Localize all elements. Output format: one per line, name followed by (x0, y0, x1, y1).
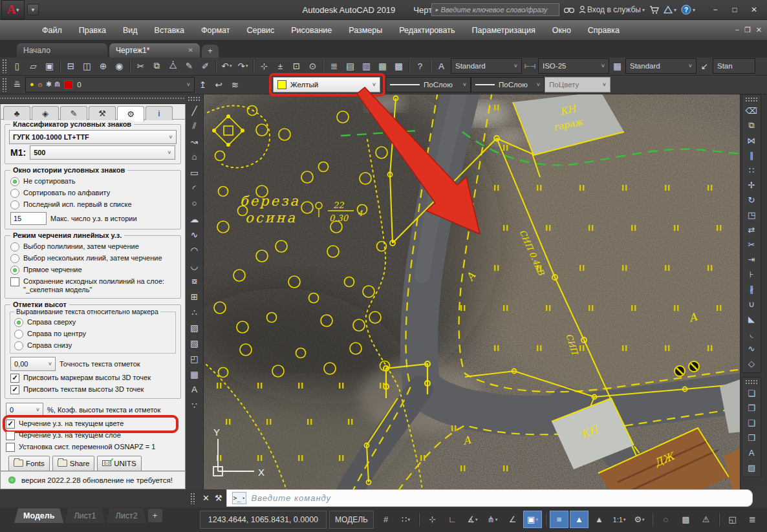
circle-icon[interactable]: ○ (186, 196, 202, 211)
command-tools-icon[interactable]: ⚒ (215, 493, 222, 503)
autoscale-icon[interactable]: ▲ (590, 511, 609, 528)
menu-Файл[interactable]: Файл (34, 21, 70, 40)
object-snap-icon[interactable]: ▣▾ (523, 511, 542, 528)
pan-icon[interactable]: ⊹ (256, 58, 272, 74)
command-grip[interactable] (190, 493, 195, 504)
checkbox-option[interactable]: Сохранение исходных полилиний на слое:"_… (9, 276, 177, 295)
line-icon[interactable]: ╱ (186, 103, 202, 118)
text-to-front-icon[interactable]: A (742, 445, 761, 460)
menu-Размеры[interactable]: Размеры (340, 21, 391, 40)
command-prompt-icon[interactable]: >_▾ (232, 492, 246, 504)
checkbox-unchecked-icon[interactable] (10, 277, 19, 286)
toolbar-grip[interactable] (745, 97, 758, 101)
properties-palette-icon[interactable]: ▥ (358, 58, 374, 74)
layer-previous-icon[interactable]: ↩ (211, 77, 227, 92)
cut-icon[interactable]: ✂ (133, 58, 149, 74)
annotation-scale-icon[interactable]: 1:1▾ (610, 511, 629, 528)
construction-line-icon[interactable]: ⫽ (186, 118, 202, 134)
menu-Сервис[interactable]: Сервис (238, 21, 283, 40)
layer-states-manager-icon[interactable]: ≋ (227, 77, 243, 92)
search-binoculars-icon[interactable] (564, 6, 574, 14)
panel-tab-settings[interactable]: ⚙ (117, 106, 144, 122)
lineweight-display-icon[interactable]: ≡ (550, 511, 568, 528)
layout-tab-Лист2[interactable]: Лист2 (107, 508, 147, 523)
panel-tab-areas[interactable]: ◈ (32, 106, 59, 120)
open-file-icon[interactable]: ▱ (25, 58, 41, 74)
linetype-select[interactable]: ПоСлою˅ (471, 77, 545, 92)
fonts-button[interactable]: Fonts (8, 456, 50, 471)
checkbox-unchecked-icon[interactable] (6, 443, 15, 452)
mleader-style-select[interactable]: Stan (713, 58, 755, 74)
radio-option[interactable]: Справа по центру (13, 328, 173, 340)
layout-tab-Лист1[interactable]: Лист1 (65, 508, 105, 523)
bring-above-icon[interactable]: ❑ (742, 416, 761, 431)
panel-tab-edit[interactable]: ✎ (60, 106, 87, 120)
maximize-button[interactable]: □ (726, 3, 744, 16)
array-icon[interactable]: ∷ (742, 163, 761, 178)
trim-icon[interactable]: ✂ (742, 237, 761, 252)
a360-icon[interactable]: ▾ (664, 6, 676, 14)
new-file-icon[interactable]: ▯ (9, 58, 25, 74)
classifier-select[interactable]: ГУГК 100-1000 LT+TTF˅ (9, 130, 177, 144)
send-under-icon[interactable]: ❒ (742, 431, 761, 445)
match-properties-icon[interactable]: ✎ (181, 58, 197, 74)
ellipse-arc-icon[interactable]: ◡ (186, 258, 202, 273)
radio-selected-icon[interactable] (14, 318, 23, 327)
new-tab-button[interactable]: + (202, 45, 219, 58)
insert-block-icon[interactable]: ⧇ (186, 273, 202, 289)
polyline-icon[interactable]: ↝ (186, 134, 202, 149)
annotation-visibility-icon[interactable]: ▲ (570, 511, 589, 528)
help-icon[interactable]: ? (412, 58, 428, 74)
new-layout-button[interactable]: + (148, 509, 162, 522)
checkbox-option[interactable]: ✓Присвоить текстам высоты 3D точек (9, 384, 177, 396)
max-history-input[interactable]: 15 (10, 212, 47, 225)
help-menu-icon[interactable]: ? ▾ (681, 5, 695, 15)
preview-icon[interactable]: ◫ (79, 58, 95, 74)
toolbar-grip[interactable] (188, 96, 200, 101)
radio-unselected-icon[interactable] (14, 330, 23, 339)
mirror-icon[interactable]: ⋈ (742, 133, 761, 148)
hatch-to-back-icon[interactable]: ▨ (742, 460, 761, 475)
panel-tab-tools[interactable]: ⚒ (89, 106, 116, 120)
radio-selected-icon[interactable] (10, 177, 19, 186)
paste-icon[interactable]: ⧊ (165, 58, 181, 74)
rectangle-icon[interactable]: ▭ (186, 165, 202, 180)
join-icon[interactable]: ∪ (742, 297, 761, 312)
doc-minimize-button[interactable]: − (735, 26, 739, 34)
point-style-icon[interactable]: ∵ (186, 398, 202, 413)
block-editor-icon[interactable]: ✐ (197, 58, 213, 74)
sheet-set-icon[interactable]: ▦ (374, 58, 391, 74)
ortho-mode-icon[interactable]: ∟ (443, 511, 462, 528)
doc-restore-button[interactable]: ❐ (744, 26, 751, 34)
layer-freeze-icon[interactable]: ✱ (46, 80, 52, 89)
layer-select[interactable]: ●☼✱⋒ 0˅ (25, 77, 195, 92)
radio-option[interactable]: Не сортировать (9, 176, 177, 187)
menu-Рисование[interactable]: Рисование (283, 21, 340, 40)
scale-icon[interactable]: ◳ (742, 207, 761, 222)
toolbar-grip[interactable] (2, 59, 7, 73)
dim-style-select[interactable]: ISO-25˅ (538, 58, 609, 74)
radio-unselected-icon[interactable] (10, 189, 19, 198)
performance-warning-icon[interactable]: ⚠ (697, 511, 715, 528)
workspace-settings-icon[interactable]: ⚙▾ (630, 511, 649, 528)
isodraft-icon[interactable]: ⋔▾ (483, 511, 502, 528)
grid-display-icon[interactable]: # (376, 511, 395, 528)
checkbox-unchecked-icon[interactable] (6, 431, 15, 440)
quick-access-toolbar-button[interactable]: ▼ (27, 4, 39, 16)
radio-unselected-icon[interactable] (10, 254, 19, 263)
radio-option[interactable]: Выбор нескольких линий, затем черчение (9, 253, 177, 264)
help-search-input[interactable]: ▸ Введите ключевое слово/фразу (431, 3, 559, 16)
table-style-select[interactable]: Standard˅ (625, 58, 697, 74)
spline-icon[interactable]: ∿ (186, 227, 202, 242)
menu-Вставка[interactable]: Вставка (146, 21, 193, 40)
menu-Параметризация[interactable]: Параметризация (464, 21, 544, 40)
redo-icon[interactable]: ↷▾ (235, 58, 251, 74)
minimize-button[interactable]: − (706, 3, 724, 16)
lineweight-select[interactable]: ПоСлою˅ (385, 77, 471, 92)
toolbar-grip[interactable] (745, 379, 758, 384)
color-select[interactable]: Желтый˅ (273, 77, 380, 92)
panel-tab-info[interactable]: i (146, 106, 173, 120)
radio-unselected-icon[interactable] (10, 200, 19, 209)
table-icon[interactable]: ▦ (186, 367, 202, 382)
precision-select[interactable]: 0,00˅ (10, 357, 56, 371)
